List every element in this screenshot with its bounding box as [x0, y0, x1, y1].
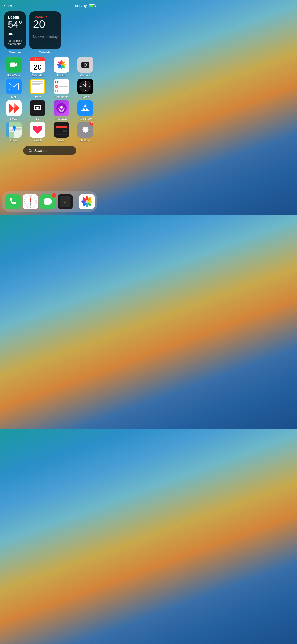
calendar-day-num: 20: [33, 18, 58, 30]
sos-indicator: SOS: [75, 4, 82, 8]
svg-text:TV: TV: [36, 109, 39, 111]
photos-dock-icon: [79, 194, 95, 209]
app-facetime[interactable]: FaceTime: [4, 57, 23, 77]
dock-app-itunes[interactable]: ♪: [58, 194, 73, 209]
weather-label: Weather: [9, 50, 21, 54]
calendar-widget[interactable]: TUESDAY 20 No events today: [29, 11, 61, 49]
wallet-icon: [55, 125, 68, 135]
reminders-inner: [55, 81, 68, 92]
weather-icon: 🌧: [8, 31, 22, 38]
appstore-icon: [80, 103, 90, 113]
tv-label: TV: [36, 117, 39, 120]
calendar-icon-day: 20: [34, 61, 42, 73]
svg-point-37: [60, 106, 63, 109]
app-calendar[interactable]: TUE 20 Calendar: [28, 57, 47, 77]
status-icons: SOS ⚡: [75, 4, 95, 8]
notes-label: Notes: [34, 95, 41, 99]
svg-point-60: [30, 201, 31, 202]
mail-label: Mail: [11, 95, 16, 99]
widgets-row: Destin 54° 🌧 Rip currentstatement Weathe…: [0, 9, 99, 56]
apps-row-1: FaceTime TUE 20 Calendar: [4, 57, 95, 77]
messages-icon: [43, 197, 53, 206]
safari-icon: N S E W: [23, 194, 38, 209]
reminders-label: Reminders: [54, 95, 68, 99]
app-mail[interactable]: Mail: [4, 79, 23, 99]
app-maps[interactable]: Maps: [4, 122, 23, 142]
appstore-label: App Store: [79, 117, 92, 120]
apps-row-2: Mail Notes: [4, 79, 95, 99]
dock-app-messages[interactable]: 1: [40, 194, 55, 209]
app-wallet[interactable]: Wallet: [52, 122, 71, 142]
calendar-icon-month: TUE: [30, 57, 45, 61]
svg-text:♪: ♪: [64, 199, 67, 204]
weather-city: Destin: [8, 15, 22, 19]
tv-icon: TV: [33, 104, 42, 113]
svg-rect-48: [63, 130, 67, 132]
dock-app-safari[interactable]: N S E W: [23, 194, 38, 209]
svg-rect-42: [6, 122, 9, 138]
status-bar: 5:19 SOS ⚡: [0, 0, 99, 9]
dock: N S E W 1 ♪: [2, 191, 97, 212]
health-icon: [32, 125, 43, 135]
news-icon: [8, 102, 20, 114]
mail-icon: [9, 83, 19, 90]
podcasts-icon: [56, 103, 67, 113]
search-icon: [29, 149, 32, 153]
svg-rect-0: [10, 63, 15, 67]
svg-text:N: N: [30, 195, 31, 196]
notes-inner: [30, 79, 45, 94]
app-clock[interactable]: 12 3 6 9 Clock: [76, 79, 95, 99]
itunes-icon: ♪: [58, 194, 73, 209]
photos-label: Photos: [57, 74, 66, 77]
app-reminders[interactable]: Reminders: [52, 79, 71, 99]
maps-icon: [6, 122, 22, 138]
app-tv[interactable]: TV TV: [28, 100, 47, 120]
health-label: Health: [33, 139, 42, 142]
maps-label: Maps: [10, 139, 17, 142]
clock-icon: 12 3 6 9: [79, 80, 91, 93]
time-display: 5:19: [4, 4, 12, 8]
clock-label: Clock: [82, 95, 89, 99]
wifi-icon: [83, 4, 87, 8]
weather-temp: 54°: [8, 20, 22, 29]
svg-point-13: [84, 64, 86, 66]
news-label: News: [10, 117, 17, 120]
facetime-icon: [10, 61, 18, 69]
search-container: Search: [0, 144, 99, 157]
phone-icon: [9, 197, 17, 206]
dock-app-phone[interactable]: [5, 194, 21, 209]
settings-label: Settings: [80, 139, 91, 142]
calendar-no-events: No events today: [33, 35, 58, 39]
weather-condition: Rip currentstatement: [8, 39, 22, 45]
apps-grid: FaceTime TUE 20 Calendar: [0, 56, 99, 142]
battery-indicator: ⚡: [89, 4, 95, 7]
facetime-label: FaceTime: [7, 74, 20, 77]
search-bar[interactable]: Search: [23, 146, 76, 155]
search-label: Search: [34, 148, 47, 153]
app-notes[interactable]: Notes: [28, 79, 47, 99]
wallet-label: Wallet: [58, 139, 65, 142]
calendar-label: Calendar: [39, 50, 52, 54]
app-settings[interactable]: 1 Settings: [76, 122, 95, 142]
app-camera[interactable]: Camera: [76, 57, 95, 77]
app-appstore[interactable]: App Store: [76, 100, 95, 120]
apps-row-3: News TV TV: [4, 100, 95, 120]
svg-point-28: [85, 86, 86, 87]
svg-text:W: W: [24, 201, 25, 203]
apps-row-4: Maps Health: [4, 122, 95, 142]
messages-badge: 1: [52, 193, 56, 198]
camera-label: Camera: [80, 74, 90, 77]
app-podcasts[interactable]: Podcasts: [52, 100, 71, 120]
app-health[interactable]: Health: [28, 122, 47, 142]
dock-app-photos[interactable]: [79, 194, 95, 209]
svg-point-14: [87, 63, 88, 64]
calendar-app-label: Calendar: [32, 74, 44, 77]
photos-icon: [55, 59, 68, 71]
settings-icon: [80, 125, 90, 135]
podcasts-label: Podcasts: [55, 117, 67, 120]
weather-widget[interactable]: Destin 54° 🌧 Rip currentstatement: [4, 11, 26, 49]
svg-point-43: [13, 126, 16, 129]
app-news[interactable]: News: [4, 100, 23, 120]
svg-marker-1: [15, 63, 17, 67]
app-photos[interactable]: Photos: [52, 57, 71, 77]
